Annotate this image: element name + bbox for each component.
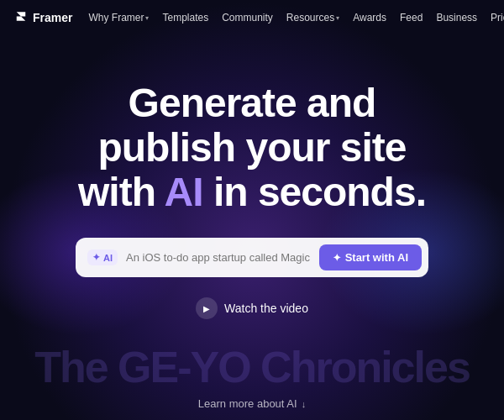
- hero-title: Generate and publish your site with AI i…: [61, 81, 443, 214]
- nav-item-why-framer[interactable]: Why Framer ▾: [82, 8, 155, 27]
- watch-video-label: Watch the video: [224, 302, 308, 315]
- logo-text: Framer: [33, 11, 72, 24]
- arrow-down-icon: ↓: [302, 399, 307, 409]
- nav-item-awards[interactable]: Awards: [347, 8, 392, 27]
- start-with-ai-button[interactable]: ✦ Start with AI: [319, 244, 422, 270]
- ai-star-icon: ✦: [92, 252, 100, 263]
- bg-decorative-text: The GE-YO Chronicles: [0, 345, 504, 389]
- nav-item-business[interactable]: Business: [430, 8, 483, 27]
- ai-badge: ✦ AI: [87, 249, 118, 265]
- nav-item-resources[interactable]: Resources ▾: [281, 8, 345, 27]
- nav-item-community[interactable]: Community: [216, 8, 279, 27]
- search-input[interactable]: [126, 251, 311, 264]
- chevron-down-icon: ▾: [145, 14, 149, 22]
- framer-logo-icon: [13, 10, 29, 25]
- navbar: Framer Why Framer ▾ Templates Community …: [0, 0, 504, 35]
- chevron-down-icon: ▾: [336, 14, 339, 22]
- logo[interactable]: Framer: [13, 10, 72, 25]
- search-bar: ✦ AI ✦ Start with AI: [76, 238, 428, 277]
- nav-items: Why Framer ▾ Templates Community Resourc…: [82, 8, 504, 27]
- nav-item-feed[interactable]: Feed: [394, 8, 428, 27]
- bottom-section: The GE-YO Chronicles Learn more about AI…: [0, 345, 504, 420]
- learn-more-link[interactable]: Learn more about AI ↓: [0, 389, 504, 420]
- hero-section: Generate and publish your site with AI i…: [0, 35, 504, 319]
- watch-video-button[interactable]: ▶ Watch the video: [196, 297, 308, 319]
- nav-item-pricing[interactable]: Pricing: [485, 8, 504, 27]
- nav-item-templates[interactable]: Templates: [156, 8, 214, 27]
- play-icon: ▶: [196, 297, 218, 319]
- star-icon: ✦: [333, 252, 341, 264]
